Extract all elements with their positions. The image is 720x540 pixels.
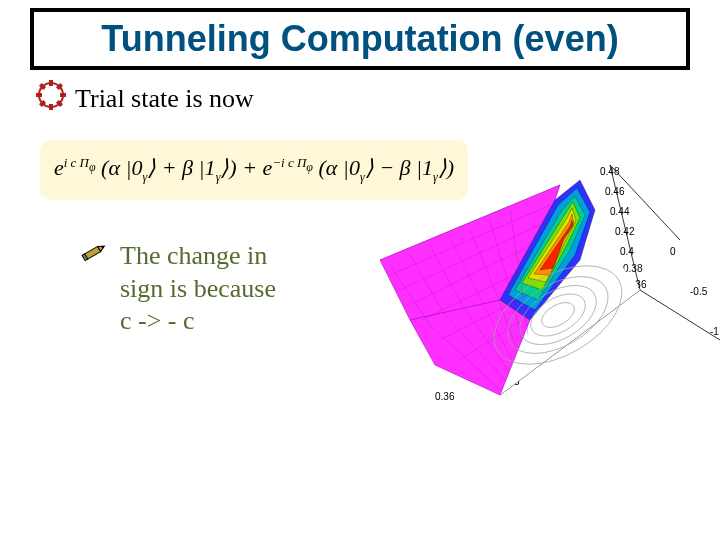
surface-plot: 0.48 0.46 0.44 0.42 0.4 0.38 0.36 0 -0.5…	[380, 150, 720, 410]
ztick: 0.48	[600, 166, 620, 177]
para-l2: sign is because	[120, 274, 276, 303]
gear-bullet-icon	[36, 80, 66, 110]
ztick: 0.4	[620, 246, 634, 257]
title-frame: Tunneling Computation (even)	[30, 8, 690, 70]
svg-point-9	[47, 91, 55, 99]
ytick: -1	[710, 326, 719, 337]
trial-state-text: Trial state is now	[75, 84, 254, 114]
ytick: 0	[670, 246, 676, 257]
pencil-bullet-icon	[80, 238, 108, 266]
svg-rect-2	[49, 104, 53, 110]
ytick: -0.5	[690, 286, 708, 297]
svg-rect-1	[49, 80, 53, 86]
change-in-sign-text: The change in sign is because c -> - c	[120, 240, 276, 338]
svg-rect-4	[60, 93, 66, 97]
para-l1: The change in	[120, 241, 267, 270]
xtick: 0.36	[435, 391, 455, 402]
ztick: 0.46	[605, 186, 625, 197]
page-title: Tunneling Computation (even)	[101, 18, 618, 60]
para-l3: c -> - c	[120, 306, 195, 335]
svg-rect-3	[36, 93, 42, 97]
